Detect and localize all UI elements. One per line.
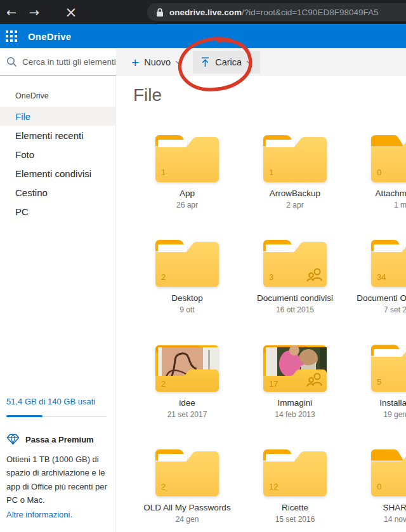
folder-name: Attachm — [349, 189, 406, 198]
chevron-down-icon — [246, 60, 252, 64]
folder-item-count: 1 — [269, 168, 273, 177]
premium-header: Passa a Premium — [6, 434, 110, 445]
sidebar-item-label: Elementi recenti — [15, 130, 84, 141]
folder-item-count: 5 — [377, 377, 381, 387]
folder-tile[interactable]: 12Ricette15 set 2016 — [241, 445, 349, 532]
padlock-icon — [156, 8, 164, 17]
folder-name: Installa — [349, 398, 406, 408]
folder-tile[interactable]: 1App26 apr — [133, 131, 241, 236]
page-title: File — [133, 85, 406, 105]
storage-usage-link[interactable]: 51,4 GB di 140 GB usati — [6, 397, 95, 406]
sidebar-item-label: File — [15, 111, 30, 122]
folder-name: OLD All My Passwords — [143, 503, 230, 512]
sidebar-item-elementi-condivisi[interactable]: Elementi condivisi — [0, 164, 115, 183]
browser-forward-button[interactable]: → — [23, 5, 46, 19]
storage-progress-fill — [6, 415, 43, 417]
folder-tile[interactable]: 34Documenti O7 set 2 — [349, 236, 406, 340]
folder-name: ArrowBackup — [270, 189, 320, 198]
folder-icon: 5 — [369, 340, 406, 394]
more-info-link[interactable]: Altre informazioni. — [6, 510, 72, 519]
plus-icon: + — [131, 56, 139, 69]
folder-name: Ricette — [282, 503, 308, 512]
folder-name: SHAR — [349, 503, 406, 512]
folder-date: 7 set 2 — [349, 305, 406, 314]
sidebar-item-cestino[interactable]: Cestino — [0, 183, 115, 202]
folder-tile[interactable]: 0SHAR14 nov — [349, 445, 406, 532]
folder-icon: 0 — [369, 445, 406, 498]
folder-date: 14 feb 2013 — [275, 410, 315, 419]
folder-paper — [374, 349, 403, 358]
browser-back-button[interactable]: ← — [0, 5, 23, 19]
sidebar-item-foto[interactable]: Foto — [0, 145, 115, 164]
sidebar-item-label: Foto — [15, 149, 34, 160]
folder-date: 2 apr — [286, 201, 303, 209]
sidebar-item-pc[interactable]: PC — [0, 202, 115, 221]
folder-tile[interactable]: 2Desktop9 ott — [133, 236, 241, 340]
sidebar-item-file[interactable]: File — [0, 107, 115, 126]
sidebar-item-label: PC — [15, 206, 29, 217]
folder-tile[interactable]: 17Immagini14 feb 2013 — [241, 340, 349, 445]
new-button[interactable]: + Nuovo — [125, 51, 188, 74]
folder-name: Documenti O — [349, 293, 406, 303]
app-header: OneDrive — [0, 24, 406, 48]
onedrive-window: ← → × onedrive.live.com/?id=root&cid=1C9… — [0, 0, 406, 532]
folder-tile[interactable]: 0Attachm1 m — [349, 131, 406, 236]
url-text: onedrive.live.com/?id=root&cid=1C90ED8F9… — [169, 8, 378, 17]
search-placeholder: Cerca in tutti gli elementi — [22, 57, 116, 67]
sidebar: OneDrive FileElementi recentiFotoElement… — [0, 76, 115, 532]
folder-date: 15 set 2016 — [275, 515, 315, 524]
folder-name: Immagini — [278, 398, 313, 408]
diamond-icon — [6, 434, 20, 445]
folder-item-count: 3 — [269, 272, 273, 282]
folder-paper — [266, 140, 295, 149]
folder-item-count: 2 — [161, 272, 166, 282]
folder-icon: 2 — [154, 445, 221, 498]
file-list-pane: File 1App26 apr1ArrowBackup2 apr0Attachm… — [116, 76, 406, 532]
folder-item-count: 17 — [269, 379, 278, 389]
folder-paper — [158, 454, 187, 463]
folder-tile[interactable]: 2OLD All My Passwords24 gen — [133, 445, 241, 532]
folder-date: 14 nov — [349, 515, 406, 524]
folder-tile[interactable]: 1ArrowBackup2 apr — [241, 131, 349, 236]
browser-address-bar[interactable]: onedrive.live.com/?id=root&cid=1C90ED8F9… — [147, 3, 406, 21]
folder-icon: 1 — [261, 131, 329, 184]
chevron-down-icon — [175, 60, 181, 64]
folder-tile[interactable]: 3Documenti condivisi16 ott 2015 — [241, 236, 349, 340]
app-title: OneDrive — [28, 31, 71, 42]
storage-progress-bar — [6, 415, 107, 417]
sidebar-item-elementi-recenti[interactable]: Elementi recenti — [0, 126, 115, 145]
browser-stop-button[interactable]: × — [60, 5, 82, 20]
folder-icon: 0 — [369, 131, 406, 184]
folder-item-count: 1 — [161, 168, 166, 177]
folder-item-count: 12 — [269, 482, 278, 491]
sidebar-nav: FileElementi recentiFotoElementi condivi… — [0, 107, 115, 221]
folder-item-count: 0 — [377, 168, 381, 177]
app-launcher-icon[interactable] — [6, 30, 17, 42]
folder-name: idee — [179, 398, 195, 408]
folder-item-count: 34 — [377, 272, 386, 282]
folder-date: 21 set 2017 — [167, 410, 207, 419]
premium-description: Ottieni 1 TB (1000 GB) di spazio di arch… — [6, 453, 108, 507]
search-box[interactable]: Cerca in tutti gli elementi — [0, 48, 116, 76]
folder-paper — [158, 244, 187, 253]
folder-paper — [374, 244, 403, 253]
folder-icon: 3 — [261, 236, 329, 289]
browser-chrome: ← → × onedrive.live.com/?id=root&cid=1C9… — [0, 0, 406, 24]
sidebar-item-label: Cestino — [15, 187, 48, 198]
premium-title: Passa a Premium — [25, 435, 94, 444]
folder-grid: 1App26 apr1ArrowBackup2 apr0Attachm1 m2D… — [133, 131, 406, 532]
folder-tab — [371, 135, 403, 147]
folder-item-count: 2 — [161, 482, 166, 491]
folder-tile[interactable]: 2idee21 set 2017 — [133, 340, 241, 445]
folder-date: 26 apr — [176, 201, 198, 209]
folder-date: 19 gen — [349, 410, 406, 419]
sidebar-section-label: OneDrive — [0, 76, 115, 107]
upload-button[interactable]: Carica — [193, 51, 260, 74]
new-button-label: Nuovo — [144, 57, 171, 67]
folder-icon: 2 — [154, 236, 221, 289]
folder-item-count: 0 — [377, 482, 381, 491]
folder-paper — [158, 140, 187, 149]
folder-tile[interactable]: 5Installa19 gen — [349, 340, 406, 445]
folder-icon: 17 — [261, 340, 329, 394]
command-bar: + Nuovo Carica — [116, 48, 406, 76]
